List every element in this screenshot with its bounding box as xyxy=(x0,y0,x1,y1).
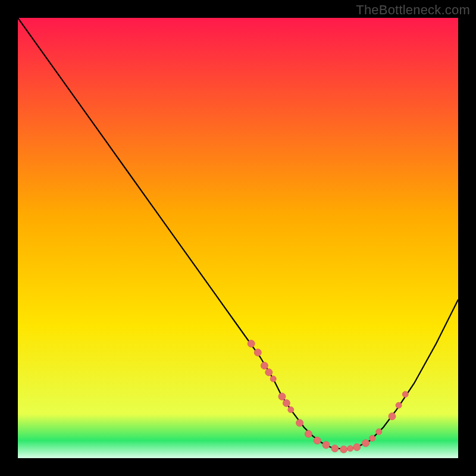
watermark-text: TheBottleneck.com xyxy=(356,2,470,18)
data-point-marker xyxy=(389,413,396,420)
data-point-marker xyxy=(278,393,286,400)
chart-frame: TheBottleneck.com xyxy=(0,0,476,476)
data-point-marker xyxy=(288,407,294,413)
data-point-marker xyxy=(270,376,276,382)
data-point-marker xyxy=(340,446,347,453)
plot-area xyxy=(18,18,458,458)
bottleneck-chart xyxy=(18,18,458,458)
data-point-marker xyxy=(353,444,361,451)
data-point-marker xyxy=(314,437,321,444)
data-point-marker xyxy=(369,436,375,441)
data-point-marker xyxy=(305,430,312,437)
data-point-marker xyxy=(248,340,255,347)
data-point-marker xyxy=(402,392,408,397)
heatmap-background xyxy=(18,18,458,458)
data-point-marker xyxy=(376,429,382,435)
data-point-marker xyxy=(296,419,303,427)
data-point-marker xyxy=(331,445,339,452)
data-point-marker xyxy=(396,402,402,408)
data-point-marker xyxy=(322,441,330,449)
data-point-marker xyxy=(254,349,261,356)
data-point-marker xyxy=(265,369,273,376)
data-point-marker xyxy=(261,362,268,369)
data-point-marker xyxy=(362,440,369,447)
data-point-marker xyxy=(347,446,353,452)
data-point-marker xyxy=(283,400,290,407)
